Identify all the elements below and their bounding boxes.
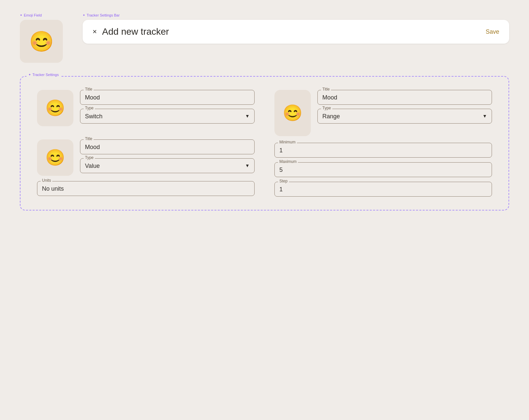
save-button[interactable]: Save — [486, 28, 499, 35]
type-select-range[interactable]: Range ▼ — [322, 112, 487, 120]
maximum-field: Maximum 5 — [274, 162, 492, 177]
type-field-value[interactable]: Type Value ▼ — [80, 158, 255, 173]
tracker-row-range: 😊 Title Type Range ▼ — [274, 90, 492, 136]
step-value: 1 — [279, 185, 487, 193]
title-label-switch: Title — [84, 87, 94, 92]
step-label: Step — [278, 179, 289, 183]
emoji-value: 😊 — [45, 148, 65, 167]
title-input-value[interactable] — [85, 142, 250, 151]
tracker-row-value: 😊 Title Type Value ▼ — [37, 139, 255, 196]
minimum-field: Minimum 1 — [274, 143, 492, 158]
tracker-emoji-switch[interactable]: 😊 — [37, 90, 73, 126]
title-label-range: Title — [321, 87, 331, 92]
tracker-bar-title: Add new tracker — [102, 26, 169, 37]
type-select-value[interactable]: Value ▼ — [85, 161, 250, 170]
tracker-settings-wrapper: Tracker Settings 😊 Title Type Switch — [20, 76, 509, 210]
tracker-fields-value: Title Type Value ▼ — [80, 139, 255, 173]
tracker-bar-section: Tracker Settings Bar × Add new tracker S… — [83, 13, 509, 44]
tracker-card-value: 😊 Title Type Value ▼ — [37, 139, 255, 176]
tracker-emoji-range[interactable]: 😊 — [274, 90, 311, 136]
tracker-settings-box: 😊 Title Type Switch ▼ — [20, 76, 509, 210]
title-field-value: Title — [80, 139, 255, 154]
close-icon[interactable]: × — [93, 28, 97, 35]
tracker-bar-left: × Add new tracker — [93, 26, 169, 37]
units-input[interactable] — [42, 184, 250, 192]
type-label-value: Type — [84, 155, 95, 160]
tracker-fields-range: Title Type Range ▼ — [317, 90, 492, 124]
step-field: Step 1 — [274, 182, 492, 197]
emoji-switch: 😊 — [45, 99, 65, 117]
title-input-range[interactable] — [322, 93, 487, 101]
type-field-switch[interactable]: Type Switch ▼ — [80, 109, 255, 124]
emoji-field-annotation: Emoji Field — [20, 13, 63, 17]
tracker-fields-switch: Title Type Switch ▼ — [80, 90, 255, 124]
left-column: 😊 Title Type Switch ▼ — [37, 90, 255, 197]
tracker-bar-annotation: Tracker Settings Bar — [83, 13, 509, 17]
minimum-label: Minimum — [278, 140, 297, 144]
tracker-emoji-value[interactable]: 😊 — [37, 139, 73, 176]
minimum-value: 1 — [279, 146, 487, 154]
maximum-label: Maximum — [278, 159, 298, 164]
top-emoji-card[interactable]: 😊 — [20, 20, 63, 63]
title-input-switch[interactable] — [85, 93, 250, 101]
type-value-value: Value — [85, 161, 100, 170]
type-value-range: Range — [322, 112, 340, 120]
units-label: Units — [41, 178, 52, 183]
title-field-switch: Title — [80, 90, 255, 105]
maximum-value: 5 — [279, 165, 487, 173]
dropdown-arrow-range: ▼ — [482, 113, 487, 119]
tracker-settings-bar: × Add new tracker Save — [83, 20, 509, 44]
type-label-switch: Type — [84, 106, 95, 110]
emoji-field-section: Emoji Field 😊 — [20, 13, 63, 63]
emoji-range: 😊 — [283, 104, 303, 122]
right-column: 😊 Title Type Range ▼ — [274, 90, 492, 197]
type-select-switch[interactable]: Switch ▼ — [85, 112, 250, 120]
type-field-range[interactable]: Type Range ▼ — [317, 109, 492, 124]
type-value-switch: Switch — [85, 112, 102, 120]
tracker-settings-annotation: Tracker Settings — [26, 73, 61, 77]
tracker-row-switch: 😊 Title Type Switch ▼ — [37, 90, 255, 126]
range-fields: Minimum 1 Maximum 5 Step 1 — [274, 143, 492, 197]
top-emoji: 😊 — [29, 30, 54, 53]
type-label-range: Type — [321, 106, 332, 110]
units-field: Units — [37, 181, 255, 196]
dropdown-arrow-value: ▼ — [245, 163, 250, 168]
title-field-range: Title — [317, 90, 492, 105]
dropdown-arrow-switch: ▼ — [245, 113, 250, 119]
units-field-wrapper: Units — [37, 181, 255, 196]
title-label-value: Title — [84, 136, 94, 141]
